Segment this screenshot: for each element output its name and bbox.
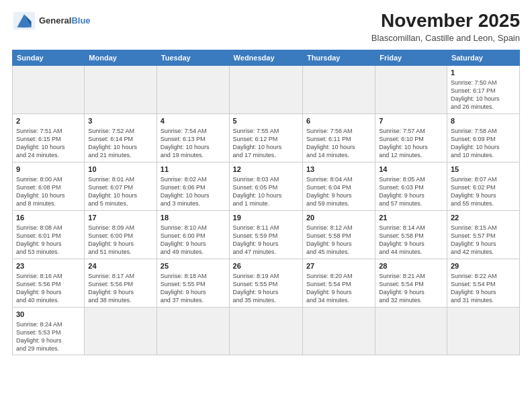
table-row [157,65,229,113]
table-row: 11Sunrise: 8:02 AM Sunset: 6:06 PM Dayli… [157,162,229,210]
col-wednesday: Wednesday [229,50,302,65]
day-number: 24 [88,261,153,271]
table-row [302,65,375,113]
col-tuesday: Tuesday [157,50,229,65]
table-row: 29Sunrise: 8:22 AM Sunset: 5:54 PM Dayli… [447,259,519,307]
table-row: 16Sunrise: 8:08 AM Sunset: 6:01 PM Dayli… [13,210,85,259]
day-info: Sunrise: 8:01 AM Sunset: 6:07 PM Dayligh… [88,175,153,208]
table-row [375,307,447,355]
calendar-table: Sunday Monday Tuesday Wednesday Thursday… [12,50,520,355]
day-number: 5 [233,116,299,126]
table-row: 8Sunrise: 7:58 AM Sunset: 6:09 PM Daylig… [447,113,519,162]
day-number: 30 [16,310,81,320]
table-row [13,65,85,113]
table-row: 9Sunrise: 8:00 AM Sunset: 6:08 PM Daylig… [13,162,85,210]
table-row: 19Sunrise: 8:11 AM Sunset: 5:59 PM Dayli… [229,210,302,259]
day-number: 26 [233,261,299,271]
col-saturday: Saturday [447,50,519,65]
table-row: 17Sunrise: 8:09 AM Sunset: 6:00 PM Dayli… [85,210,157,259]
day-info: Sunrise: 7:50 AM Sunset: 6:17 PM Dayligh… [451,79,516,111]
day-number: 25 [161,261,226,271]
logo-icon [12,11,36,31]
calendar-header-row: Sunday Monday Tuesday Wednesday Thursday… [13,50,520,65]
day-info: Sunrise: 8:04 AM Sunset: 6:04 PM Dayligh… [306,175,371,208]
day-number: 6 [306,116,371,126]
day-info: Sunrise: 8:10 AM Sunset: 6:00 PM Dayligh… [161,224,226,257]
table-row: 1Sunrise: 7:50 AM Sunset: 6:17 PM Daylig… [447,65,519,113]
day-info: Sunrise: 8:14 AM Sunset: 5:58 PM Dayligh… [379,224,443,257]
day-number: 2 [16,116,81,126]
day-info: Sunrise: 7:56 AM Sunset: 6:11 PM Dayligh… [306,127,371,160]
day-number: 15 [451,165,516,175]
table-row: 14Sunrise: 8:05 AM Sunset: 6:03 PM Dayli… [375,162,447,210]
col-monday: Monday [85,50,157,65]
day-info: Sunrise: 8:00 AM Sunset: 6:08 PM Dayligh… [16,175,81,208]
day-info: Sunrise: 7:58 AM Sunset: 6:09 PM Dayligh… [451,127,516,160]
day-info: Sunrise: 8:21 AM Sunset: 5:54 PM Dayligh… [379,272,443,305]
day-info: Sunrise: 8:24 AM Sunset: 5:53 PM Dayligh… [16,320,81,353]
col-sunday: Sunday [13,50,85,65]
table-row: 12Sunrise: 8:03 AM Sunset: 6:05 PM Dayli… [229,162,302,210]
day-info: Sunrise: 7:55 AM Sunset: 6:12 PM Dayligh… [233,127,299,160]
day-info: Sunrise: 8:16 AM Sunset: 5:56 PM Dayligh… [16,272,81,305]
logo-general: General [39,15,71,26]
day-info: Sunrise: 8:20 AM Sunset: 5:54 PM Dayligh… [306,272,371,305]
day-number: 21 [379,213,443,223]
day-info: Sunrise: 8:09 AM Sunset: 6:00 PM Dayligh… [88,224,153,257]
day-number: 8 [451,116,516,126]
table-row [375,65,447,113]
day-number: 16 [16,213,81,223]
table-row: 24Sunrise: 8:17 AM Sunset: 5:56 PM Dayli… [85,259,157,307]
day-number: 29 [451,261,516,271]
table-row: 26Sunrise: 8:19 AM Sunset: 5:55 PM Dayli… [229,259,302,307]
day-info: Sunrise: 8:18 AM Sunset: 5:55 PM Dayligh… [161,272,226,305]
day-number: 7 [379,116,443,126]
table-row: 25Sunrise: 8:18 AM Sunset: 5:55 PM Dayli… [157,259,229,307]
location: Blascomillan, Castille and Leon, Spain [371,33,520,43]
day-number: 18 [161,213,226,223]
table-row [302,307,375,355]
table-row: 13Sunrise: 8:04 AM Sunset: 6:04 PM Dayli… [302,162,375,210]
day-info: Sunrise: 8:03 AM Sunset: 6:05 PM Dayligh… [233,175,299,208]
day-number: 9 [16,165,81,175]
logo: GeneralBlue [12,11,91,31]
day-number: 22 [451,213,516,223]
logo-blue: Blue [71,15,90,26]
day-number: 3 [88,116,153,126]
table-row: 15Sunrise: 8:07 AM Sunset: 6:02 PM Dayli… [447,162,519,210]
day-info: Sunrise: 7:57 AM Sunset: 6:10 PM Dayligh… [379,127,443,160]
day-number: 11 [161,165,226,175]
day-number: 28 [379,261,443,271]
table-row: 23Sunrise: 8:16 AM Sunset: 5:56 PM Dayli… [13,259,85,307]
day-info: Sunrise: 8:08 AM Sunset: 6:01 PM Dayligh… [16,224,81,257]
day-number: 27 [306,261,371,271]
table-row: 18Sunrise: 8:10 AM Sunset: 6:00 PM Dayli… [157,210,229,259]
table-row: 6Sunrise: 7:56 AM Sunset: 6:11 PM Daylig… [302,113,375,162]
table-row: 21Sunrise: 8:14 AM Sunset: 5:58 PM Dayli… [375,210,447,259]
col-thursday: Thursday [302,50,375,65]
table-row: 28Sunrise: 8:21 AM Sunset: 5:54 PM Dayli… [375,259,447,307]
day-info: Sunrise: 8:19 AM Sunset: 5:55 PM Dayligh… [233,272,299,305]
day-info: Sunrise: 8:15 AM Sunset: 5:57 PM Dayligh… [451,224,516,257]
day-number: 23 [16,261,81,271]
day-info: Sunrise: 8:05 AM Sunset: 6:03 PM Dayligh… [379,175,443,208]
day-info: Sunrise: 7:51 AM Sunset: 6:15 PM Dayligh… [16,127,81,160]
table-row [229,65,302,113]
table-row: 30Sunrise: 8:24 AM Sunset: 5:53 PM Dayli… [13,307,85,355]
day-number: 1 [451,68,516,78]
day-info: Sunrise: 8:11 AM Sunset: 5:59 PM Dayligh… [233,224,299,257]
col-friday: Friday [375,50,447,65]
day-info: Sunrise: 8:02 AM Sunset: 6:06 PM Dayligh… [161,175,226,208]
day-number: 12 [233,165,299,175]
day-info: Sunrise: 8:17 AM Sunset: 5:56 PM Dayligh… [88,272,153,305]
table-row [85,307,157,355]
table-row: 20Sunrise: 8:12 AM Sunset: 5:58 PM Dayli… [302,210,375,259]
title-area: November 2025 Blascomillan, Castille and… [371,11,520,43]
day-number: 20 [306,213,371,223]
day-number: 13 [306,165,371,175]
day-info: Sunrise: 8:22 AM Sunset: 5:54 PM Dayligh… [451,272,516,305]
table-row [157,307,229,355]
table-row: 4Sunrise: 7:54 AM Sunset: 6:13 PM Daylig… [157,113,229,162]
table-row: 5Sunrise: 7:55 AM Sunset: 6:12 PM Daylig… [229,113,302,162]
day-number: 14 [379,165,443,175]
